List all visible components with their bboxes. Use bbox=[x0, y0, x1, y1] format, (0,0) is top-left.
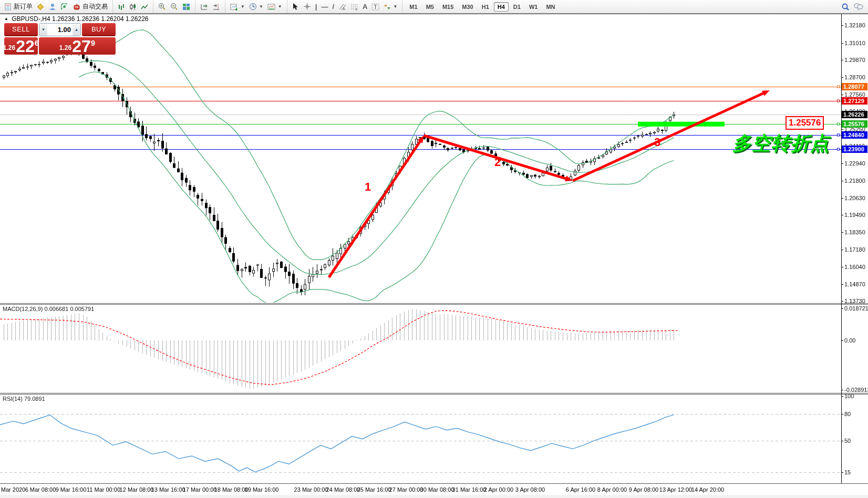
price-level-label: 1.23900 bbox=[842, 146, 867, 153]
market-watch-button[interactable] bbox=[35, 1, 47, 12]
price-tick-label: 1.14870 bbox=[844, 281, 865, 288]
candlestick-icon bbox=[129, 3, 137, 11]
text-tool-button[interactable]: A bbox=[360, 1, 369, 12]
price-tick-label: 1.16040 bbox=[844, 264, 865, 271]
chart-overlay: 1.321801.310101.298701.287001.275601.264… bbox=[0, 0, 868, 498]
bar-chart-mode-button[interactable] bbox=[116, 1, 127, 12]
price-tick-label: 1.19490 bbox=[844, 212, 865, 219]
search-icon bbox=[841, 3, 850, 11]
chart-shift-button[interactable] bbox=[210, 1, 222, 12]
autotrading-label: 自动交易 bbox=[82, 2, 108, 11]
arrows-tool-button[interactable]: ▼ bbox=[381, 1, 399, 12]
price-level-label: 1.28077 bbox=[842, 83, 867, 90]
crosshair-tool-button[interactable] bbox=[301, 1, 313, 12]
sell-price-prefix: 1.26 bbox=[3, 44, 15, 51]
price-tick-label: 1.28700 bbox=[844, 74, 865, 81]
text-label-tool-button[interactable]: T bbox=[369, 1, 381, 12]
price-note-annotation[interactable]: 1.25576 bbox=[786, 116, 824, 130]
volume-increase-button[interactable]: ▲ bbox=[73, 24, 80, 36]
turning-point-annotation[interactable]: 多空转折点 bbox=[732, 131, 830, 157]
zoom-in-icon bbox=[158, 3, 166, 11]
zoom-out-button[interactable] bbox=[168, 1, 180, 12]
time-axis-label: Mar 2020 bbox=[1, 486, 25, 493]
svg-text:F: F bbox=[356, 8, 358, 11]
svg-text:T: T bbox=[374, 4, 377, 10]
sell-button[interactable]: SELL bbox=[4, 23, 38, 36]
search-button[interactable] bbox=[839, 1, 852, 12]
wave-1-annotation[interactable]: 1 bbox=[365, 180, 371, 194]
timeframe-m30-button[interactable]: M30 bbox=[458, 2, 477, 12]
macd-tick-label: 0.00 bbox=[844, 337, 855, 344]
cursor-tool-button[interactable] bbox=[290, 1, 301, 12]
toolbar: 新订单 自动交易 ▼ ▼ ▼ | — / E F A T ▼ bbox=[0, 0, 868, 14]
timeframe-h1-button[interactable]: H1 bbox=[478, 2, 493, 12]
timeframe-m15-button[interactable]: M15 bbox=[439, 2, 457, 12]
price-level-label: 1.25576 bbox=[842, 120, 867, 128]
buy-price-big: 27 bbox=[72, 39, 91, 54]
volume-input[interactable] bbox=[47, 24, 73, 36]
time-axis-label: 13 Apr 12:00 bbox=[659, 486, 692, 493]
price-tick-label: 1.29870 bbox=[844, 57, 865, 64]
tile-windows-button[interactable] bbox=[180, 1, 192, 12]
chat-button[interactable] bbox=[852, 1, 865, 12]
channel-tool-button[interactable]: E bbox=[336, 1, 348, 12]
candlestick-mode-button[interactable] bbox=[127, 1, 139, 12]
cursor-icon bbox=[292, 3, 299, 11]
time-axis-label: 2 Apr 00:00 bbox=[484, 486, 513, 493]
chevron-down-icon: ▼ bbox=[278, 4, 282, 9]
timeframe-m5-button[interactable]: M5 bbox=[422, 2, 438, 12]
buy-button[interactable]: BUY bbox=[82, 23, 116, 36]
signal-icon bbox=[61, 3, 69, 11]
line-chart-icon bbox=[141, 3, 148, 11]
templates-button[interactable]: ▼ bbox=[265, 1, 284, 12]
time-axis-label: 27 Mar 00:00 bbox=[389, 486, 423, 493]
shapes-icon bbox=[384, 3, 391, 11]
chart-shift-icon bbox=[212, 3, 220, 11]
price-tick-label: 1.17180 bbox=[844, 246, 865, 253]
signals-button[interactable] bbox=[59, 1, 71, 12]
zoom-in-button[interactable] bbox=[156, 1, 168, 12]
timeframe-w1-button[interactable]: W1 bbox=[525, 2, 542, 12]
autotrading-robot-icon bbox=[73, 3, 81, 11]
time-axis-label: 30 Mar 08:00 bbox=[420, 486, 454, 493]
new-order-button[interactable]: 新订单 bbox=[3, 1, 35, 12]
time-axis-label: 9 Apr 08:00 bbox=[629, 486, 658, 493]
fibonacci-icon: F bbox=[350, 3, 358, 11]
macd-tick-label: 0.018721 bbox=[844, 305, 868, 312]
volume-control: ▼ ▲ bbox=[39, 23, 81, 36]
timeframe-h4-button[interactable]: H4 bbox=[494, 2, 509, 12]
timeframe-mn-button[interactable]: MN bbox=[542, 2, 559, 12]
sell-price-display[interactable]: 1.26 22 6 bbox=[4, 37, 38, 55]
time-axis-label: 6 Apr 16:00 bbox=[566, 486, 595, 493]
text-label-icon: T bbox=[371, 3, 379, 11]
timeframe-group: M1M5M15M30H1H4D1W1MN bbox=[402, 0, 562, 13]
time-axis-label: 6 Mar 08:00 bbox=[25, 486, 56, 493]
autotrading-button[interactable]: 自动交易 bbox=[71, 1, 110, 12]
price-tick-label: 1.18350 bbox=[844, 229, 865, 236]
trendline-tool-button[interactable]: / bbox=[330, 1, 336, 12]
buy-price-display[interactable]: 1.26 27 9 bbox=[39, 37, 116, 55]
time-axis-label: 25 Mar 16:00 bbox=[357, 486, 391, 493]
timeframe-m1-button[interactable]: M1 bbox=[406, 2, 421, 12]
horizontal-line-tool-button[interactable]: — bbox=[319, 1, 330, 12]
new-order-icon bbox=[5, 3, 12, 11]
time-axis-label: 9 Mar 16:00 bbox=[56, 486, 87, 493]
fibonacci-tool-button[interactable]: F bbox=[348, 1, 360, 12]
wave-2-annotation[interactable]: 2 bbox=[494, 155, 501, 169]
new-chart-button[interactable]: ▼ bbox=[228, 1, 247, 12]
time-axis-label: 19 Mar 16:00 bbox=[245, 486, 279, 493]
vertical-line-tool-button[interactable]: | bbox=[313, 1, 319, 12]
community-button[interactable] bbox=[47, 1, 59, 12]
wave-3-annotation[interactable]: 3 bbox=[654, 136, 660, 149]
timeframe-d1-button[interactable]: D1 bbox=[510, 2, 524, 12]
price-tick-label: 1.21800 bbox=[844, 178, 865, 184]
periods-button[interactable]: ▼ bbox=[247, 1, 265, 12]
chevron-down-icon: ▼ bbox=[241, 4, 245, 9]
rsi-tick-label: 100 bbox=[844, 393, 854, 400]
line-chart-mode-button[interactable] bbox=[139, 1, 150, 12]
volume-decrease-button[interactable]: ▼ bbox=[39, 24, 47, 36]
auto-scroll-button[interactable] bbox=[198, 1, 210, 12]
time-axis-label: 12 Mar 08:00 bbox=[120, 486, 154, 493]
time-axis-label: 18 Mar 08:00 bbox=[214, 486, 249, 493]
vertical-line-icon: | bbox=[315, 3, 317, 10]
